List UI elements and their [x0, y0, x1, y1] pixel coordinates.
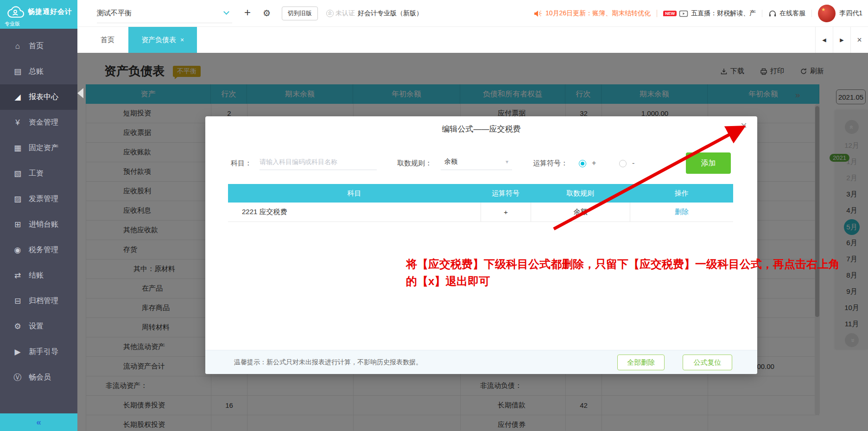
app-window: 畅捷通好会计 专业版 ⌂首页▤总账◢报表中心¥资金管理▦固定资产▧工资▨发票管理…	[0, 0, 868, 431]
account-name: 测试不平衡	[97, 9, 132, 18]
sidebar-footer: «	[0, 413, 77, 431]
sidebar-item-label: 发票管理	[29, 194, 58, 204]
payroll-icon: ▧	[12, 169, 23, 178]
sidebar-item-tax[interactable]: ◉税务管理	[0, 237, 77, 263]
support-label: 在线客服	[779, 9, 805, 18]
general-ledger-icon: ▤	[12, 67, 23, 76]
dialog-title: 编辑公式——应交税费	[205, 124, 757, 134]
sidebar-item-guide[interactable]: ▶新手引导	[0, 339, 77, 365]
active-nav-pointer	[77, 88, 83, 98]
delete-all-button[interactable]: 全部删除	[617, 355, 665, 370]
tv-icon	[679, 9, 688, 17]
live-text: 五直播：财税解读、产	[691, 9, 756, 18]
caret-down-icon: ▾	[506, 158, 508, 165]
user-menu[interactable]: ★ 李四代1	[818, 5, 862, 22]
sidebar-item-label: 畅会员	[29, 373, 51, 382]
brand-logo: 畅捷通好会计 专业版	[0, 0, 77, 29]
sidebar-item-invoices[interactable]: ▨发票管理	[0, 186, 77, 212]
edit-formula-dialog: 编辑公式——应交税费 × 科目： 取数规则： 余额 ▾ 运算符号： + - 添加	[205, 116, 757, 374]
live-broadcast-link[interactable]: NEW 五直播：财税解读、产	[663, 9, 756, 18]
tab-balance-sheet[interactable]: 资产负债表 ×	[128, 27, 197, 53]
plus-label: +	[592, 159, 596, 167]
sidebar-item-general-ledger[interactable]: ▤总账	[0, 59, 77, 84]
tip-text: 温馨提示：新公式只对未出报表进行计算，不影响历史报表数据。	[234, 358, 422, 367]
sidebar: 畅捷通好会计 专业版 ⌂首页▤总账◢报表中心¥资金管理▦固定资产▧工资▨发票管理…	[0, 0, 77, 431]
sidebar-item-inventory-ledger[interactable]: ⊞进销台账	[0, 212, 77, 237]
enterprise-badge-icon: 企	[326, 10, 334, 17]
delete-link[interactable]: 删除	[675, 208, 689, 216]
add-button[interactable]: 添加	[686, 152, 731, 174]
tab-scroll-left-button[interactable]: ◀	[815, 27, 833, 53]
new-badge: NEW	[663, 11, 677, 16]
sidebar-item-label: 税务管理	[29, 245, 58, 255]
dialog-close-icon[interactable]: ×	[741, 120, 747, 131]
formula-form: 科目： 取数规则： 余额 ▾ 运算符号： + - 添加	[205, 152, 757, 177]
operator-plus-radio[interactable]	[579, 160, 586, 167]
sidebar-item-label: 新手引导	[29, 347, 58, 357]
sidebar-item-label: 固定资产	[29, 143, 58, 153]
sidebar-item-home[interactable]: ⌂首页	[0, 33, 77, 59]
sidebar-item-archive[interactable]: ⊟归档管理	[0, 288, 77, 314]
divider	[657, 10, 657, 17]
sidebar-item-closing[interactable]: ⇄结账	[0, 263, 77, 288]
tab-close-icon[interactable]: ×	[180, 36, 184, 44]
sidebar-item-fixed-assets[interactable]: ▦固定资产	[0, 135, 77, 161]
formula-subject: 2221 应交税费	[228, 203, 481, 222]
sidebar-item-label: 设置	[29, 322, 44, 331]
switch-old-version-button[interactable]: 切到旧版	[282, 6, 318, 20]
divider	[811, 10, 812, 17]
cert-status-label: 未认证	[336, 9, 355, 18]
home-icon: ⌂	[12, 42, 23, 51]
tab-home[interactable]: 首页	[87, 27, 128, 53]
sidebar-item-label: 归档管理	[29, 296, 58, 306]
gear-icon[interactable]: ⚙	[263, 8, 271, 19]
sidebar-item-funds[interactable]: ¥资金管理	[0, 110, 77, 135]
sidebar-item-membership[interactable]: Ⓥ畅会员	[0, 365, 77, 390]
megaphone-icon	[533, 9, 542, 18]
sidebar-item-report-center[interactable]: ◢报表中心	[0, 84, 77, 110]
sidebar-item-label: 报表中心	[29, 92, 58, 102]
account-switcher[interactable]: 测试不平衡	[97, 0, 232, 27]
closing-icon: ⇄	[12, 271, 23, 280]
sidebar-item-label: 结账	[29, 271, 44, 280]
sidebar-item-label: 总账	[29, 67, 44, 76]
sidebar-item-payroll[interactable]: ▧工资	[0, 161, 77, 186]
cloud-logo-icon	[5, 4, 25, 22]
collapse-sidebar-icon[interactable]: «	[36, 417, 41, 427]
tab-navigation: ◀ ▶ ×	[815, 27, 868, 53]
rule-select[interactable]: 余额 ▾	[441, 153, 512, 170]
subject-input[interactable]	[260, 153, 377, 170]
sidebar-item-label: 首页	[29, 41, 44, 51]
certification-status[interactable]: 企 未认证 好会计专业版（新版）	[326, 9, 423, 18]
tab-scroll-right-button[interactable]: ▶	[833, 27, 850, 53]
tabs-close-all-button[interactable]: ×	[850, 27, 868, 53]
add-account-icon[interactable]: +	[244, 6, 251, 19]
archive-icon: ⊟	[12, 296, 23, 306]
formula-reset-button[interactable]: 公式复位	[683, 355, 732, 370]
sidebar-item-label: 进销台账	[29, 220, 58, 229]
report-center-icon: ◢	[12, 92, 23, 102]
sidebar-item-label: 资金管理	[29, 118, 58, 127]
inventory-ledger-icon: ⊞	[12, 220, 23, 229]
dialog-footer: 温馨提示：新公式只对未出报表进行计算，不影响历史报表数据。 全部删除 公式复位	[205, 350, 757, 374]
funds-icon: ¥	[12, 118, 23, 127]
brand-edition: 专业版	[5, 20, 20, 27]
topbar: 测试不平衡 + ⚙ 切到旧版 企 未认证 好会计专业版（新版） 10月26日更新…	[77, 0, 868, 27]
invoices-icon: ▨	[12, 194, 23, 204]
avatar: ★	[818, 5, 836, 22]
online-support-link[interactable]: 在线客服	[768, 9, 805, 18]
sidebar-item-label: 工资	[29, 169, 44, 178]
tax-icon: ◉	[12, 245, 23, 255]
announcement[interactable]: 10月26日更新：账簿、期末结转优化	[533, 9, 651, 18]
tab-label: 资产负债表	[141, 36, 176, 44]
main-area: 测试不平衡 + ⚙ 切到旧版 企 未认证 好会计专业版（新版） 10月26日更新…	[77, 0, 868, 431]
divider	[762, 10, 762, 17]
product-name: 好会计专业版（新版）	[358, 9, 423, 18]
rule-label: 取数规则：	[397, 159, 432, 168]
operator-label: 运算符号：	[533, 159, 568, 168]
sidebar-item-settings[interactable]: ⚙设置	[0, 314, 77, 339]
subject-label: 科目：	[231, 159, 252, 168]
rule-value: 余额	[444, 158, 457, 166]
username: 李四代1	[839, 9, 862, 18]
operator-minus-radio[interactable]	[619, 160, 627, 167]
